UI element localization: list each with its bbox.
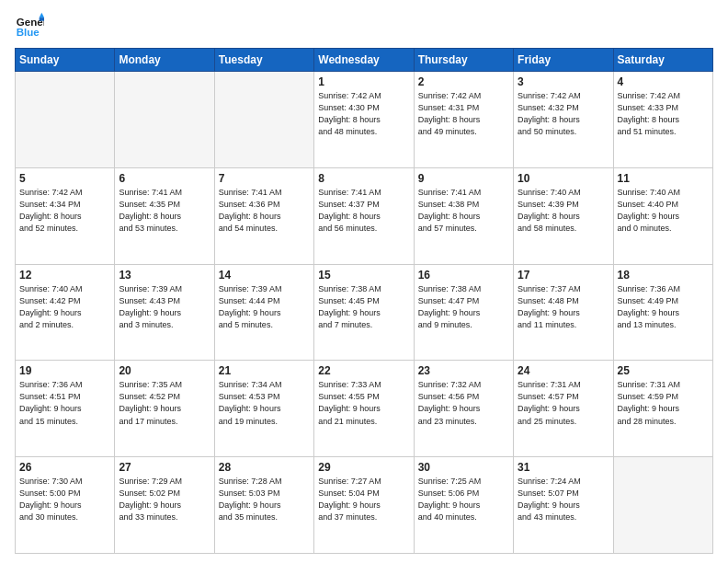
logo: General Blue	[15, 11, 48, 40]
header: General Blue	[15, 11, 713, 40]
day-number: 29	[318, 461, 409, 474]
calendar-cell: 22Sunrise: 7:33 AM Sunset: 4:55 PM Dayli…	[314, 361, 414, 457]
day-info: Sunrise: 7:36 AM Sunset: 4:49 PM Dayligh…	[618, 283, 709, 331]
day-number: 23	[418, 364, 509, 377]
day-info: Sunrise: 7:32 AM Sunset: 4:56 PM Dayligh…	[418, 379, 509, 427]
calendar-cell: 28Sunrise: 7:28 AM Sunset: 5:03 PM Dayli…	[214, 457, 313, 554]
day-number: 1	[318, 75, 409, 88]
day-number: 13	[119, 269, 210, 282]
day-info: Sunrise: 7:42 AM Sunset: 4:32 PM Dayligh…	[518, 90, 609, 138]
weekday-header-sunday: Sunday	[16, 49, 115, 72]
svg-marker-3	[40, 17, 44, 21]
day-info: Sunrise: 7:40 AM Sunset: 4:39 PM Dayligh…	[518, 187, 609, 235]
day-number: 2	[418, 75, 509, 88]
weekday-header-saturday: Saturday	[613, 49, 712, 72]
day-number: 24	[518, 364, 609, 377]
day-number: 15	[318, 269, 409, 282]
calendar-cell: 23Sunrise: 7:32 AM Sunset: 4:56 PM Dayli…	[414, 361, 513, 457]
day-info: Sunrise: 7:25 AM Sunset: 5:06 PM Dayligh…	[418, 476, 509, 523]
day-info: Sunrise: 7:39 AM Sunset: 4:44 PM Dayligh…	[219, 283, 310, 331]
calendar-cell: 7Sunrise: 7:41 AM Sunset: 4:36 PM Daylig…	[214, 167, 313, 264]
day-info: Sunrise: 7:42 AM Sunset: 4:34 PM Dayligh…	[19, 187, 110, 235]
week-row-1: 1Sunrise: 7:42 AM Sunset: 4:30 PM Daylig…	[16, 72, 713, 168]
week-row-2: 5Sunrise: 7:42 AM Sunset: 4:34 PM Daylig…	[16, 167, 713, 264]
day-number: 30	[418, 461, 509, 474]
day-number: 3	[518, 75, 609, 88]
calendar-cell: 11Sunrise: 7:40 AM Sunset: 4:40 PM Dayli…	[613, 167, 712, 264]
calendar-cell: 26Sunrise: 7:30 AM Sunset: 5:00 PM Dayli…	[16, 457, 115, 554]
day-info: Sunrise: 7:31 AM Sunset: 4:59 PM Dayligh…	[618, 379, 709, 427]
calendar-cell: 10Sunrise: 7:40 AM Sunset: 4:39 PM Dayli…	[514, 167, 613, 264]
day-number: 11	[618, 172, 709, 185]
day-number: 25	[618, 364, 709, 377]
day-info: Sunrise: 7:40 AM Sunset: 4:40 PM Dayligh…	[618, 187, 709, 235]
calendar-cell	[613, 457, 712, 554]
day-info: Sunrise: 7:27 AM Sunset: 5:04 PM Dayligh…	[318, 476, 409, 523]
day-number: 31	[518, 461, 609, 474]
calendar-cell: 25Sunrise: 7:31 AM Sunset: 4:59 PM Dayli…	[613, 361, 712, 457]
day-number: 7	[219, 172, 310, 185]
day-info: Sunrise: 7:42 AM Sunset: 4:33 PM Dayligh…	[618, 90, 709, 138]
calendar-cell: 14Sunrise: 7:39 AM Sunset: 4:44 PM Dayli…	[214, 264, 313, 361]
day-number: 28	[219, 461, 310, 474]
calendar-cell: 13Sunrise: 7:39 AM Sunset: 4:43 PM Dayli…	[115, 264, 214, 361]
day-info: Sunrise: 7:42 AM Sunset: 4:31 PM Dayligh…	[418, 90, 509, 138]
calendar-cell: 8Sunrise: 7:41 AM Sunset: 4:37 PM Daylig…	[314, 167, 414, 264]
day-info: Sunrise: 7:29 AM Sunset: 5:02 PM Dayligh…	[119, 476, 210, 523]
day-info: Sunrise: 7:41 AM Sunset: 4:36 PM Dayligh…	[219, 187, 310, 235]
day-number: 18	[618, 269, 709, 282]
day-number: 26	[19, 461, 110, 474]
calendar-cell: 4Sunrise: 7:42 AM Sunset: 4:33 PM Daylig…	[613, 72, 712, 168]
day-number: 17	[518, 269, 609, 282]
day-number: 4	[618, 75, 709, 88]
weekday-header-thursday: Thursday	[414, 49, 513, 72]
day-number: 12	[19, 269, 110, 282]
svg-text:Blue: Blue	[17, 27, 40, 38]
weekday-header-row: SundayMondayTuesdayWednesdayThursdayFrid…	[16, 49, 713, 72]
week-row-5: 26Sunrise: 7:30 AM Sunset: 5:00 PM Dayli…	[16, 457, 713, 554]
day-number: 10	[518, 172, 609, 185]
day-number: 27	[119, 461, 210, 474]
day-info: Sunrise: 7:41 AM Sunset: 4:35 PM Dayligh…	[119, 187, 210, 235]
calendar-cell: 30Sunrise: 7:25 AM Sunset: 5:06 PM Dayli…	[414, 457, 513, 554]
page: General Blue SundayMondayTuesdayWednesda…	[0, 0, 728, 563]
day-info: Sunrise: 7:39 AM Sunset: 4:43 PM Dayligh…	[119, 283, 210, 331]
calendar-cell: 31Sunrise: 7:24 AM Sunset: 5:07 PM Dayli…	[514, 457, 613, 554]
day-number: 22	[318, 364, 409, 377]
calendar-cell: 29Sunrise: 7:27 AM Sunset: 5:04 PM Dayli…	[314, 457, 414, 554]
day-number: 19	[19, 364, 110, 377]
day-info: Sunrise: 7:35 AM Sunset: 4:52 PM Dayligh…	[119, 379, 210, 427]
calendar-cell: 3Sunrise: 7:42 AM Sunset: 4:32 PM Daylig…	[514, 72, 613, 168]
day-info: Sunrise: 7:37 AM Sunset: 4:48 PM Dayligh…	[518, 283, 609, 331]
calendar-cell: 2Sunrise: 7:42 AM Sunset: 4:31 PM Daylig…	[414, 72, 513, 168]
calendar-cell: 19Sunrise: 7:36 AM Sunset: 4:51 PM Dayli…	[16, 361, 115, 457]
calendar-cell: 5Sunrise: 7:42 AM Sunset: 4:34 PM Daylig…	[16, 167, 115, 264]
day-info: Sunrise: 7:41 AM Sunset: 4:38 PM Dayligh…	[418, 187, 509, 235]
calendar-cell: 20Sunrise: 7:35 AM Sunset: 4:52 PM Dayli…	[115, 361, 214, 457]
day-info: Sunrise: 7:41 AM Sunset: 4:37 PM Dayligh…	[318, 187, 409, 235]
calendar-cell: 12Sunrise: 7:40 AM Sunset: 4:42 PM Dayli…	[16, 264, 115, 361]
calendar-cell: 6Sunrise: 7:41 AM Sunset: 4:35 PM Daylig…	[115, 167, 214, 264]
logo-icon: General Blue	[15, 11, 44, 40]
day-info: Sunrise: 7:28 AM Sunset: 5:03 PM Dayligh…	[219, 476, 310, 523]
day-info: Sunrise: 7:24 AM Sunset: 5:07 PM Dayligh…	[518, 476, 609, 523]
day-info: Sunrise: 7:33 AM Sunset: 4:55 PM Dayligh…	[318, 379, 409, 427]
day-number: 6	[119, 172, 210, 185]
weekday-header-monday: Monday	[115, 49, 214, 72]
weekday-header-tuesday: Tuesday	[214, 49, 313, 72]
calendar-cell: 17Sunrise: 7:37 AM Sunset: 4:48 PM Dayli…	[514, 264, 613, 361]
calendar-cell: 27Sunrise: 7:29 AM Sunset: 5:02 PM Dayli…	[115, 457, 214, 554]
day-info: Sunrise: 7:30 AM Sunset: 5:00 PM Dayligh…	[19, 476, 110, 523]
calendar-cell	[115, 72, 214, 168]
weekday-header-wednesday: Wednesday	[314, 49, 414, 72]
calendar-cell: 18Sunrise: 7:36 AM Sunset: 4:49 PM Dayli…	[613, 264, 712, 361]
day-number: 9	[418, 172, 509, 185]
day-info: Sunrise: 7:40 AM Sunset: 4:42 PM Dayligh…	[19, 283, 110, 331]
day-info: Sunrise: 7:34 AM Sunset: 4:53 PM Dayligh…	[219, 379, 310, 427]
weekday-header-friday: Friday	[514, 49, 613, 72]
calendar-cell: 24Sunrise: 7:31 AM Sunset: 4:57 PM Dayli…	[514, 361, 613, 457]
day-number: 21	[219, 364, 310, 377]
svg-marker-2	[40, 13, 44, 17]
calendar-table: SundayMondayTuesdayWednesdayThursdayFrid…	[15, 48, 713, 554]
day-number: 8	[318, 172, 409, 185]
